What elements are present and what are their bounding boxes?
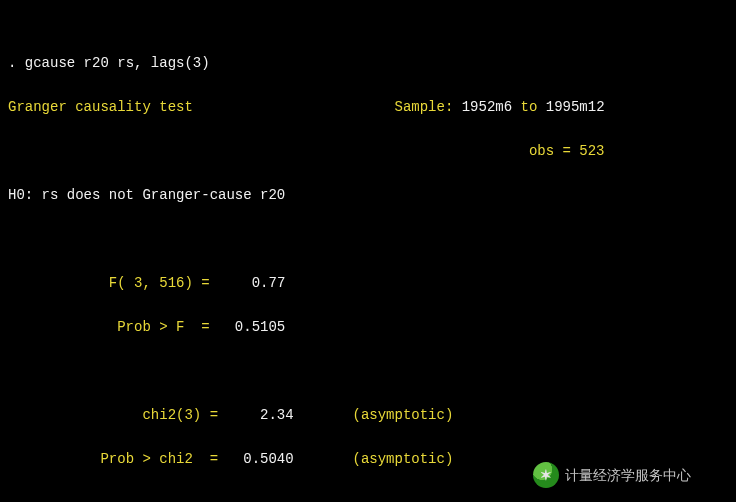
asym2: (asymptotic)	[353, 451, 454, 467]
pchi2-val: 0.5040	[243, 451, 293, 467]
sample-to-word: to	[521, 99, 538, 115]
spacer	[8, 143, 529, 159]
h0: H0: rs does not Granger-cause r20	[8, 184, 728, 206]
sample-to: 1995m12	[546, 99, 605, 115]
command-gcause: gcause r20 rs, lags(3)	[25, 55, 210, 71]
prompt: .	[8, 55, 25, 71]
chi2-label: chi2(3) =	[142, 407, 218, 423]
watermark-text: 计量经济学服务中心	[565, 464, 691, 486]
asym1: (asymptotic)	[352, 407, 453, 423]
fstat-val: 0.77	[252, 275, 286, 291]
granger-title: Granger causality test	[8, 99, 193, 115]
wechat-icon: ✶	[533, 462, 559, 488]
blank	[8, 228, 728, 250]
sample-label: Sample:	[394, 99, 453, 115]
fstat-label: F( 3, 516) =	[109, 275, 210, 291]
chi2-val: 2.34	[260, 407, 294, 423]
spacer	[193, 99, 395, 115]
blank	[8, 492, 728, 502]
watermark: ✶ 计量经济学服务中心	[533, 462, 691, 488]
probf-label: Prob > F =	[117, 319, 209, 335]
obs-line: obs = 523	[529, 143, 605, 159]
probf-val: 0.5105	[235, 319, 285, 335]
pchi2-label: Prob > chi2 =	[100, 451, 218, 467]
terminal-output: . gcause r20 rs, lags(3) Granger causali…	[0, 0, 736, 502]
sample-from: 1952m6	[462, 99, 512, 115]
blank	[8, 360, 728, 382]
